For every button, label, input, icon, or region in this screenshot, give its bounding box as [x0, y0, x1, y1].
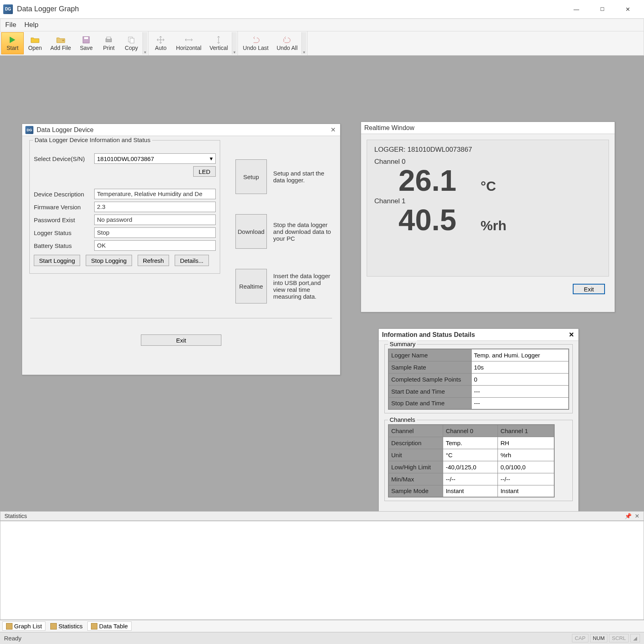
table-cell: --/--	[443, 473, 498, 485]
password-field[interactable]: No password	[94, 215, 216, 225]
toolbar-horizontal-label: Horizontal	[176, 45, 201, 51]
arrows-vertical-icon	[214, 36, 223, 44]
table-header: Sample Mode	[388, 485, 443, 497]
led-button[interactable]: LED	[193, 166, 216, 177]
status-cap: CAP	[572, 634, 588, 642]
toolbar-undo-all[interactable]: Undo All	[272, 32, 301, 54]
toolbar-horizontal[interactable]: Horizontal	[172, 32, 205, 54]
toolbar-undolast-label: Undo Last	[243, 45, 268, 51]
table-header: Description	[388, 437, 443, 449]
channel1-value: 40.5	[398, 205, 456, 235]
table-header: Channel	[388, 425, 443, 437]
realtime-title: Realtime Window	[364, 124, 414, 132]
status-ready: Ready	[4, 635, 21, 642]
close-icon[interactable]: ✕	[329, 126, 337, 134]
close-icon[interactable]: ✕	[567, 331, 575, 339]
table-cell: RH	[498, 437, 554, 449]
status-num: NUM	[590, 634, 608, 642]
summary-legend: Summary	[388, 341, 417, 347]
toolbar-auto-label: Auto	[155, 45, 167, 51]
toolbar-save[interactable]: Save	[75, 32, 97, 54]
channel1-unit: %rh	[481, 218, 506, 233]
toolbar-group-handle-2[interactable]: ▾	[232, 32, 237, 54]
download-description: Stop the data logger and download data t…	[273, 221, 332, 242]
svg-rect-3	[84, 37, 88, 39]
table-header: Completed Sample Points	[388, 373, 471, 385]
firmware-label: Firmware Version	[34, 204, 90, 211]
toolbar-auto[interactable]: Auto	[149, 32, 172, 54]
toolbar-copy[interactable]: Copy	[120, 32, 142, 54]
logger-status-label: Logger Status	[34, 229, 90, 236]
toolbar-addfile-label: Add File	[50, 45, 71, 51]
print-icon	[104, 36, 114, 44]
window-title: Data Logger Graph	[17, 5, 564, 13]
stats-icon	[50, 623, 57, 630]
toolbar-print[interactable]: Print	[97, 32, 120, 54]
battery-field[interactable]: OK	[94, 240, 216, 251]
statistics-pane: Statistics 📌 ✕	[0, 511, 644, 620]
menu-help[interactable]: Help	[24, 21, 38, 29]
device-select[interactable]: 181010DWL0073867 ▾	[94, 153, 216, 164]
tab-label: Data Table	[99, 623, 128, 630]
channel0-value: 26.1	[398, 166, 456, 196]
table-cell: -40,0/125,0	[443, 461, 498, 473]
close-icon[interactable]: ✕	[635, 513, 640, 519]
device-select-value: 181010DWL0073867	[97, 155, 154, 162]
toolbar-add-file[interactable]: + Add File	[46, 32, 75, 54]
minimize-button[interactable]: —	[564, 1, 589, 18]
svg-text:+: +	[62, 38, 64, 43]
start-logging-button[interactable]: Start Logging	[34, 255, 80, 266]
toolbar-undo-last[interactable]: Undo Last	[239, 32, 272, 54]
tab-statistics[interactable]: Statistics	[47, 622, 86, 630]
undo-all-icon	[282, 36, 292, 44]
toolbar-group-handle[interactable]: ▾	[142, 32, 147, 54]
table-cell: Instant	[498, 485, 554, 497]
table-cell: 0	[471, 373, 569, 385]
firmware-field[interactable]: 2.3	[94, 202, 216, 212]
table-cell: --/--	[498, 473, 554, 485]
tab-data-table[interactable]: Data Table	[87, 621, 131, 631]
battery-label: Battery Status	[34, 242, 90, 249]
table-cell: Temp.	[443, 437, 498, 449]
arrows-move-icon	[156, 36, 165, 44]
realtime-window: Realtime Window LOGGER: 181010DWL0073867…	[361, 122, 615, 312]
statistics-body	[0, 521, 644, 620]
folder-open-icon	[30, 36, 40, 44]
channel0-unit: °C	[481, 178, 496, 194]
maximize-button[interactable]: ☐	[589, 1, 615, 18]
arrows-horizontal-icon	[184, 36, 194, 44]
table-cell: Temp. and Humi. Logger	[471, 349, 569, 361]
realtime-button[interactable]: Realtime	[235, 269, 267, 303]
table-cell: °C	[443, 449, 498, 461]
resize-handle-icon[interactable]: ◢	[630, 634, 640, 642]
table-cell: 10s	[471, 361, 569, 373]
stop-logging-button[interactable]: Stop Logging	[86, 255, 132, 266]
table-header: Stop Date and Time	[388, 397, 471, 409]
toolbar-save-label: Save	[80, 45, 93, 51]
setup-button[interactable]: Setup	[235, 159, 267, 194]
refresh-button[interactable]: Refresh	[138, 255, 169, 266]
toolbar-group-handle-3[interactable]: ▾	[301, 32, 306, 54]
toolbar-open[interactable]: Open	[24, 32, 46, 54]
app-icon: DG	[3, 4, 13, 14]
toolbar-start[interactable]: Start	[1, 32, 24, 54]
details-button[interactable]: Details...	[175, 255, 208, 266]
toolbar-vertical[interactable]: Vertical	[205, 32, 232, 54]
close-button[interactable]: ✕	[615, 1, 641, 18]
pin-icon[interactable]: 📌	[625, 513, 632, 519]
menu-file[interactable]: File	[5, 21, 16, 29]
tab-graph-list[interactable]: Graph List	[2, 621, 45, 631]
fieldset-legend: Data Logger Device Information and Statu…	[33, 136, 152, 143]
realtime-exit-button[interactable]: Exit	[573, 284, 605, 294]
exit-button[interactable]: Exit	[141, 334, 221, 346]
download-button[interactable]: Download	[235, 214, 267, 249]
logger-status-field[interactable]: Stop	[94, 227, 216, 238]
description-label: Device Description	[34, 191, 90, 198]
toolbar-vertical-label: Vertical	[209, 45, 228, 51]
toolbar-open-label: Open	[28, 45, 42, 51]
tab-label: Graph List	[14, 623, 42, 630]
svg-rect-5	[107, 37, 111, 39]
save-icon	[81, 36, 91, 44]
description-field[interactable]: Temperature, Relative Humidity and De	[94, 189, 216, 199]
password-label: Password Exist	[34, 217, 90, 223]
